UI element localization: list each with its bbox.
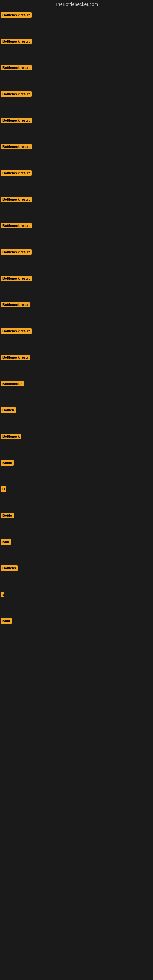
bottleneck-badge-13[interactable]: Bottleneck result [1, 328, 32, 334]
bottleneck-badge-11[interactable]: Bottleneck result [1, 275, 32, 281]
badge-row-16: Bottlen [1, 407, 153, 417]
bottleneck-badge-18[interactable]: Bottle [1, 460, 14, 466]
bottleneck-badge-20[interactable]: Bottle [1, 513, 14, 518]
badge-row-23: s [1, 592, 153, 601]
bottleneck-badge-21[interactable]: Bott [1, 539, 11, 544]
badge-row-5: Bottleneck result [1, 118, 153, 127]
bottleneck-badge-12[interactable]: Bottleneck resu [1, 302, 30, 307]
bottleneck-badge-1[interactable]: Bottleneck result [1, 12, 32, 18]
badge-row-21: Bott [1, 539, 153, 548]
bottleneck-badge-8[interactable]: Bottleneck result [1, 197, 32, 202]
bottleneck-badge-15[interactable]: Bottleneck r [1, 381, 24, 387]
badge-row-2: Bottleneck result [1, 38, 153, 48]
badge-row-11: Bottleneck result [1, 275, 153, 285]
badge-row-24: Bottl [1, 618, 153, 627]
badge-row-10: Bottleneck result [1, 249, 153, 258]
badges-container: Bottleneck resultBottleneck resultBottle… [0, 12, 153, 627]
bottleneck-badge-17[interactable]: Bottleneck [1, 434, 21, 439]
bottleneck-badge-16[interactable]: Bottlen [1, 407, 16, 413]
badge-row-9: Bottleneck result [1, 223, 153, 232]
bottleneck-badge-6[interactable]: Bottleneck result [1, 144, 32, 150]
badge-row-1: Bottleneck result [1, 12, 153, 21]
bottleneck-badge-19[interactable]: B [1, 486, 6, 492]
badge-row-14: Bottleneck resu [1, 355, 153, 364]
bottleneck-badge-2[interactable]: Bottleneck result [1, 38, 32, 44]
bottleneck-badge-24[interactable]: Bottl [1, 618, 12, 624]
badge-row-20: Bottle [1, 513, 153, 522]
badge-row-17: Bottleneck [1, 434, 153, 443]
bottleneck-badge-10[interactable]: Bottleneck result [1, 249, 32, 255]
bottleneck-badge-22[interactable]: Bottlens [1, 565, 18, 571]
badge-row-8: Bottleneck result [1, 197, 153, 206]
bottleneck-badge-5[interactable]: Bottleneck result [1, 118, 32, 123]
bottleneck-badge-4[interactable]: Bottleneck result [1, 91, 32, 97]
bottleneck-badge-9[interactable]: Bottleneck result [1, 223, 32, 229]
site-title: TheBottlenecker.com [0, 0, 153, 10]
badge-row-13: Bottleneck result [1, 328, 153, 337]
badge-row-19: B [1, 486, 153, 495]
badge-row-15: Bottleneck r [1, 381, 153, 390]
bottleneck-badge-3[interactable]: Bottleneck result [1, 65, 32, 70]
badge-row-12: Bottleneck resu [1, 302, 153, 311]
bottleneck-badge-7[interactable]: Bottleneck result [1, 170, 32, 176]
badge-row-18: Bottle [1, 460, 153, 469]
bottleneck-badge-14[interactable]: Bottleneck resu [1, 355, 30, 360]
bottleneck-badge-23[interactable]: s [1, 592, 4, 597]
badge-row-22: Bottlens [1, 565, 153, 574]
badge-row-6: Bottleneck result [1, 144, 153, 153]
badge-row-3: Bottleneck result [1, 65, 153, 74]
badge-row-7: Bottleneck result [1, 170, 153, 180]
badge-row-4: Bottleneck result [1, 91, 153, 100]
